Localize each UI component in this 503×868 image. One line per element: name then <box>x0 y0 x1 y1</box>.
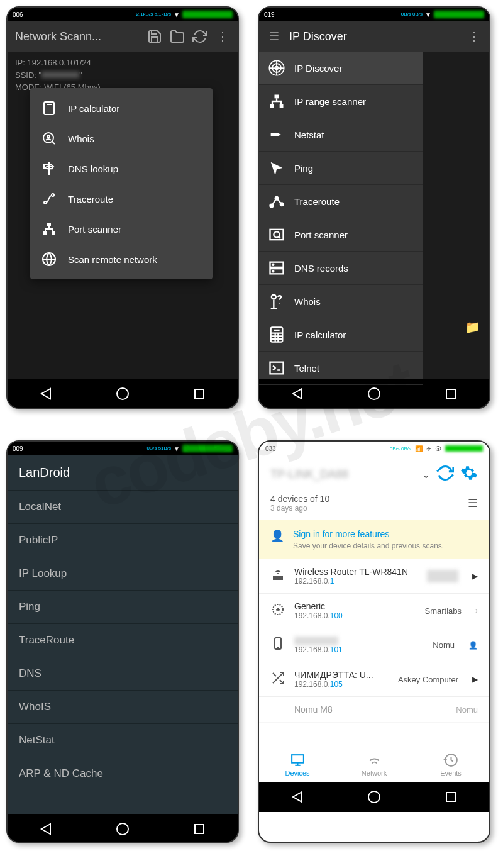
drawer-label: Telnet <box>294 363 319 374</box>
home-button[interactable] <box>367 386 382 401</box>
history-icon <box>443 752 459 768</box>
recent-button[interactable] <box>192 821 207 837</box>
plug-icon <box>268 126 285 143</box>
gear-icon[interactable] <box>460 464 478 485</box>
list-item-localnet[interactable]: LocalNet <box>8 490 238 523</box>
banner-subtitle: Save your device details and previous sc… <box>293 542 478 550</box>
list-item-netstat[interactable]: NetStat <box>8 723 238 757</box>
device-count: 4 devices of 10 <box>270 494 329 504</box>
refresh-icon[interactable] <box>436 464 454 485</box>
home-button[interactable] <box>115 821 130 837</box>
device-vendor: Nomu <box>456 705 478 715</box>
status-netspeed: 0B/s 0B/s <box>390 446 411 452</box>
drawer-ip-discover[interactable]: IP Discover <box>259 52 423 85</box>
tab-devices[interactable]: Devices <box>259 747 336 782</box>
tab-network[interactable]: Network <box>336 747 412 782</box>
drawer-ip-calculator[interactable]: IP calculator <box>259 318 423 352</box>
recent-button[interactable] <box>443 386 458 401</box>
drawer-ping[interactable]: Ping <box>259 152 423 185</box>
person-icon: 👤 <box>270 529 284 550</box>
status-time: 019 <box>264 11 275 18</box>
drawer-dns-records[interactable]: DNS records <box>259 252 423 285</box>
tab-events[interactable]: Events <box>412 747 489 782</box>
drawer-label: IP Discover <box>294 63 342 74</box>
svg-point-38 <box>272 270 274 272</box>
device-row[interactable]: ЧИМИДРЭТТА: U... 192.168.0.105 Askey Com… <box>259 662 489 697</box>
drawer-telnet[interactable]: Telnet <box>259 352 423 385</box>
shuffle-icon <box>270 670 285 689</box>
home-button[interactable] <box>367 789 382 804</box>
search-person-icon <box>41 131 57 146</box>
status-time: 009 <box>13 445 23 452</box>
folder-icon[interactable] <box>170 29 185 44</box>
android-navbar <box>259 782 489 812</box>
device-name-blur <box>294 637 338 645</box>
back-button[interactable] <box>38 821 53 837</box>
list-item-dns[interactable]: DNS <box>8 657 238 690</box>
drawer-traceroute[interactable]: Traceroute <box>259 185 423 218</box>
refresh-icon[interactable] <box>192 29 207 44</box>
back-button[interactable] <box>290 789 305 804</box>
calculator-icon <box>268 326 285 343</box>
svg-rect-51 <box>195 825 204 833</box>
drawer-netstat[interactable]: Netstat <box>259 118 423 152</box>
scan-icon <box>268 226 285 243</box>
more-icon[interactable]: ⋮ <box>215 29 230 44</box>
device-ip: 192.168.0.101 <box>294 645 424 654</box>
device-row[interactable]: 192.168.0.101 Nomu 👤 <box>259 628 489 662</box>
svg-point-50 <box>117 823 128 835</box>
network-name[interactable]: TP-LINK_DA88 <box>270 468 416 481</box>
chevron-down-icon[interactable]: ⌄ <box>422 469 430 481</box>
list-item-whois[interactable]: WhoIS <box>8 690 238 723</box>
drawer-whois[interactable]: Whois <box>259 285 423 318</box>
main-content-dimmed: IP: 192.168.0.101/24 SSID: "" MODE: WIFI… <box>8 52 238 379</box>
svg-rect-16 <box>52 231 55 235</box>
signin-banner[interactable]: 👤 Sign in for more features Save your de… <box>259 520 489 559</box>
menu-ip-calculator[interactable]: IP calculator <box>30 93 213 123</box>
menu-whois[interactable]: Whois <box>30 123 213 153</box>
drawer-port-scanner[interactable]: Port scanner <box>259 218 423 252</box>
list-item-ping[interactable]: Ping <box>8 590 238 623</box>
device-name: Nomu M8 <box>294 704 447 715</box>
menu-port-scanner[interactable]: Port scanner <box>30 214 213 244</box>
list-item-iplookup[interactable]: IP Lookup <box>8 557 238 590</box>
svg-point-59 <box>368 791 380 803</box>
calculator-icon <box>41 101 57 116</box>
device-row-partial[interactable]: Nomu M8 Nomu <box>259 697 489 723</box>
server-icon <box>268 259 285 277</box>
save-icon[interactable] <box>147 29 162 44</box>
wifi-icon: ▼ <box>174 11 180 18</box>
device-row[interactable]: Wireless Router TL-WR841N 192.168.0.1 ▶ <box>259 559 489 594</box>
back-button[interactable] <box>38 386 53 401</box>
recent-button[interactable] <box>443 789 458 804</box>
generic-icon <box>270 602 285 620</box>
device-row[interactable]: Generic 192.168.0.100 Smartlabs › <box>259 594 489 628</box>
signpost-icon <box>41 161 57 176</box>
back-button[interactable] <box>290 386 305 401</box>
phone-ip-discover: 019 0B/s 0B/s ▼ ☰ IP Discover ⋮ 📁 IP Dis… <box>258 6 490 409</box>
network-icon <box>268 92 285 110</box>
hamburger-icon[interactable]: ☰ <box>267 29 282 44</box>
more-icon[interactable]: ⋮ <box>467 29 482 44</box>
menu-scan-remote[interactable]: Scan remote network <box>30 244 213 274</box>
drawer-ip-range[interactable]: IP range scanner <box>259 85 423 118</box>
chevron-right-icon: › <box>475 606 478 615</box>
device-ip: 192.168.0.100 <box>294 611 416 620</box>
svg-rect-40 <box>271 327 283 342</box>
menu-traceroute[interactable]: Traceroute <box>30 184 213 214</box>
filter-icon[interactable]: ☰ <box>468 496 478 510</box>
recent-button[interactable] <box>192 386 207 401</box>
app-title: Network Scann... <box>15 30 140 43</box>
list-item-publicip[interactable]: PublicIP <box>8 523 238 557</box>
scan-age: 3 days ago <box>270 504 329 513</box>
drawer-label: Netstat <box>294 130 324 140</box>
globe-icon <box>41 252 57 267</box>
status-battery <box>445 445 483 452</box>
list-item-arp[interactable]: ARP & ND Cache <box>8 757 238 790</box>
menu-label: IP calculator <box>68 103 119 114</box>
home-button[interactable] <box>115 386 130 401</box>
list-item-traceroute[interactable]: TraceRoute <box>8 623 238 657</box>
menu-dns-lookup[interactable]: DNS lookup <box>30 153 213 184</box>
folder-icon-behind: 📁 <box>465 320 480 335</box>
svg-rect-60 <box>446 793 455 801</box>
